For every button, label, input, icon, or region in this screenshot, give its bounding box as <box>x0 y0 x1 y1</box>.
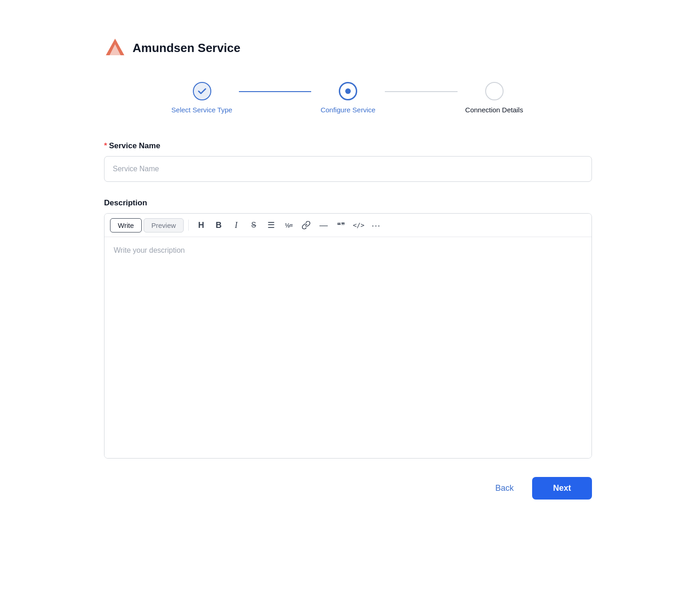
step-select-service-type: Select Service Type <box>165 82 239 114</box>
step-connection-details: Connection Details <box>458 82 531 114</box>
amundsen-logo <box>104 37 126 59</box>
back-button[interactable]: Back <box>486 478 523 499</box>
footer-actions: Back Next <box>104 477 592 500</box>
editor-toolbar: Write Preview H B I S ☰ ½≡ <box>104 214 592 237</box>
preview-tab[interactable]: Preview <box>144 218 184 232</box>
toolbar-divider <box>188 220 189 231</box>
ordered-list-button[interactable]: ½≡ <box>281 217 296 233</box>
stepper: Select Service Type Configure Service Co… <box>104 82 592 114</box>
heading-button[interactable]: H <box>193 217 209 233</box>
description-editor: Write Preview H B I S ☰ ½≡ <box>104 213 592 459</box>
next-button[interactable]: Next <box>532 477 592 500</box>
strikethrough-button[interactable]: S <box>246 217 261 233</box>
step-configure-service: Configure Service <box>311 82 385 114</box>
step-circle-1 <box>193 82 211 100</box>
app-title: Amundsen Service <box>133 41 240 55</box>
bold-button[interactable]: B <box>211 217 226 233</box>
service-name-input[interactable] <box>104 156 592 182</box>
link-button[interactable] <box>298 217 314 233</box>
connector-1 <box>239 91 312 92</box>
step-circle-3 <box>485 82 504 100</box>
code-button[interactable]: </> <box>351 217 366 233</box>
more-button[interactable]: ··· <box>368 217 384 233</box>
hr-button[interactable]: — <box>316 217 331 233</box>
step-label-1: Select Service Type <box>171 106 232 114</box>
blockquote-button[interactable]: ❝❞ <box>333 217 349 233</box>
description-placeholder: Write your description <box>114 246 185 254</box>
header: Amundsen Service <box>104 37 592 59</box>
connector-2 <box>385 91 458 92</box>
step-label-3: Connection Details <box>465 106 523 114</box>
step-label-2: Configure Service <box>320 106 375 114</box>
description-input[interactable]: Write your description <box>104 237 592 458</box>
service-name-label: * Service Name <box>104 141 592 151</box>
italic-button[interactable]: I <box>228 217 244 233</box>
description-label: Description <box>104 198 592 208</box>
write-tab[interactable]: Write <box>110 218 142 232</box>
required-indicator: * <box>104 141 107 151</box>
service-name-section: * Service Name <box>104 141 592 182</box>
description-section: Description Write Preview H B I <box>104 198 592 459</box>
step-circle-2 <box>339 82 357 100</box>
page-container: Amundsen Service Select Service Type <box>76 18 620 518</box>
unordered-list-button[interactable]: ☰ <box>263 217 279 233</box>
